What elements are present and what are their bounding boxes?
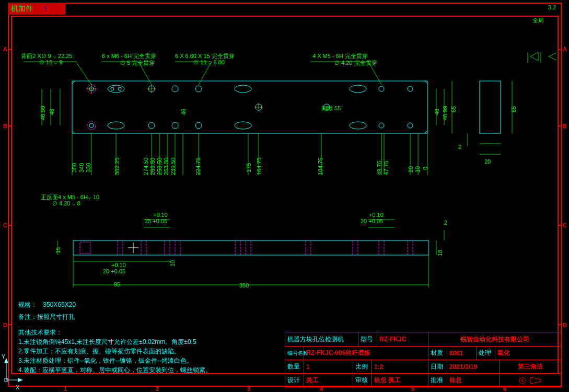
- spec-label: 规格：: [18, 301, 37, 308]
- sec2-d12: 20 +0.05: [361, 218, 383, 224]
- svg-point-9: [108, 85, 124, 93]
- spec-row: 规格： 350X65X20: [18, 301, 76, 309]
- tb-proc-l: 处理: [477, 347, 495, 360]
- dim-v6: 65: [450, 106, 457, 112]
- dim-v4: 46: [434, 109, 440, 115]
- zone-c-right: C: [563, 222, 567, 228]
- svg-line-4: [425, 131, 427, 133]
- tb-date-v: 2021/3/19: [447, 360, 500, 373]
- dim-x8: 253.50: [163, 157, 169, 175]
- svg-line-3: [425, 81, 427, 84]
- tr-label: 全局: [532, 17, 544, 25]
- svg-point-31: [235, 122, 251, 129]
- dim-x6: 269.50: [149, 157, 156, 175]
- sec2-d11: +0.10: [369, 212, 384, 218]
- zone-a-left: A: [3, 46, 7, 52]
- svg-point-29: [172, 122, 178, 129]
- dim-v3: 46: [180, 109, 187, 115]
- sec2-d8: 10: [169, 260, 176, 267]
- sec2-d6: 95: [114, 281, 120, 287]
- dim-x16: 20: [408, 166, 414, 172]
- dim-v2: 46: [49, 109, 55, 115]
- svg-rect-76: [80, 242, 90, 253]
- tech-1: 1.未注锐角倒钝45x1,未注长度尺寸允许公差±0.02mm。角度±0.5: [18, 338, 196, 347]
- svg-point-24: [408, 86, 413, 91]
- svg-point-33: [379, 123, 384, 128]
- dim-x15: 47.75: [383, 160, 389, 175]
- tb-scale-l: 比例: [353, 360, 372, 373]
- zone-c-left: C: [3, 222, 7, 228]
- svg-point-23: [379, 86, 384, 91]
- tech-4: 4.装配：应横平竖直，对称、居中或同心，位置安装到位，螺丝锁紧。: [18, 366, 212, 375]
- dim-x5: 274.50: [143, 157, 149, 175]
- annot-3b: ∅ 11 ⌵ 6.80: [193, 59, 225, 66]
- projection-symbol-icon: [517, 375, 543, 386]
- tab-num: 1: [43, 5, 48, 13]
- sec2-d4: +0.10: [111, 262, 126, 268]
- dim-x18: 0: [422, 167, 428, 170]
- dim-x10: 224.75: [195, 157, 201, 175]
- dim-v7: 65: [510, 106, 517, 112]
- dim-x9: 239.50: [170, 157, 176, 175]
- svg-point-30: [195, 122, 202, 129]
- tb-model-l: 型号: [358, 332, 377, 346]
- tb-chk-v: 徐总 吴工: [372, 374, 428, 387]
- tb-proc-v: 氧化: [495, 347, 561, 360]
- sec2-d10: 2: [444, 220, 447, 226]
- sec2-d2: +0.10: [153, 212, 168, 218]
- tb-mat-v: 6061: [447, 347, 477, 360]
- svg-marker-74: [549, 52, 556, 61]
- svg-point-110: [519, 377, 526, 384]
- dim-v1: 46.99: [40, 106, 46, 120]
- tb-scale-v: 1:2: [372, 360, 428, 373]
- tb-qty-v: 1: [304, 360, 353, 373]
- tb-model-v: RZ-FKJC: [377, 332, 428, 346]
- zone-b-left: B: [3, 123, 7, 129]
- tb-app-v: 徐总: [447, 374, 500, 387]
- tr-val: 3.2: [548, 4, 556, 10]
- dim-x4: 302.25: [114, 157, 120, 175]
- dim-x7: 258.50: [156, 157, 162, 175]
- zone-d-right: D: [563, 322, 567, 328]
- svg-rect-0: [72, 81, 427, 133]
- tb-company: 锐智自动化科技有限公司: [428, 332, 561, 346]
- svg-point-111: [521, 379, 524, 382]
- tb-partname-l: 编号名称: [285, 347, 304, 360]
- tb-app-l: 批准: [428, 374, 447, 387]
- svg-point-34: [408, 123, 413, 128]
- section-view-drawing: [13, 193, 457, 298]
- svg-point-28: [148, 122, 155, 129]
- svg-line-2: [72, 131, 75, 133]
- sec2-d7: 350: [239, 282, 249, 289]
- svg-line-1: [72, 81, 75, 84]
- tech-3: 3.未注材质处理：铝件--氧化，铁件--镀铬，钣金件--烤漆白色。: [18, 356, 193, 365]
- sec2-d9: 18: [437, 250, 443, 256]
- side-d2: 20: [484, 158, 491, 165]
- tab-label: 机加件: [11, 4, 33, 14]
- annot-1b: ∅ 15 ⌵ 9: [39, 59, 63, 66]
- top-view-drawing: [13, 52, 556, 183]
- tb-qty-l: 数量: [285, 360, 304, 373]
- svg-point-22: [350, 85, 366, 93]
- svg-point-11: [118, 87, 121, 90]
- zone-d-left: D: [3, 322, 7, 328]
- side-d1: 2: [458, 144, 461, 150]
- svg-point-27: [108, 122, 124, 129]
- dim-v5: 46.99: [442, 106, 448, 120]
- svg-marker-112: [530, 377, 541, 384]
- tb-chk-l: 审核: [353, 374, 372, 387]
- svg-point-25: [87, 121, 96, 130]
- dim-x12: 164.75: [256, 157, 262, 175]
- annot-4b: ∅ 4.20 完全贯穿: [334, 59, 377, 67]
- gap-label: 间隙 55: [321, 105, 341, 112]
- tech-2: 2.零件加工：不应有划痕、擦、碰等损伤零件表面的缺陷。: [18, 347, 180, 356]
- sec2-d3: 25 +0.05: [145, 218, 167, 224]
- tb-proj: 第三角法: [500, 360, 561, 373]
- svg-marker-71: [530, 52, 538, 61]
- zone-a-right: A: [563, 46, 567, 52]
- coord-x: X: [16, 384, 19, 390]
- dim-x17: 10: [414, 166, 421, 172]
- svg-point-32: [350, 122, 366, 129]
- note-row: 备注：按照尺寸打孔: [18, 313, 75, 321]
- tb-date-l: 日期: [428, 360, 447, 373]
